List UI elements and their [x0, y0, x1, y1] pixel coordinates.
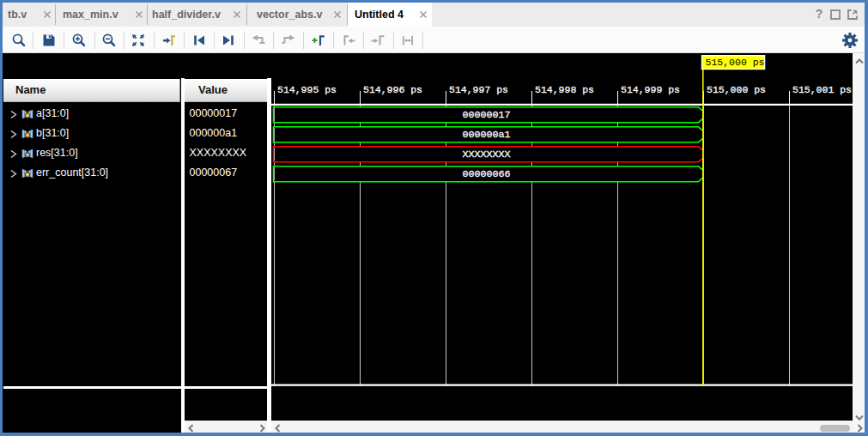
svg-text:514,995 ps: 514,995 ps: [277, 84, 337, 95]
svg-text:515,000 ps: 515,000 ps: [707, 84, 766, 95]
svg-text:XXXXXXXX: XXXXXXXX: [462, 148, 510, 160]
svg-text:514,997 ps: 514,997 ps: [449, 84, 508, 95]
svg-text:514,998 ps: 514,998 ps: [535, 84, 594, 95]
svg-text:514,996 ps: 514,996 ps: [363, 84, 422, 95]
svg-text:514,999 ps: 514,999 ps: [621, 84, 680, 95]
svg-text:000000a1: 000000a1: [462, 129, 510, 141]
svg-text:515,000 ps: 515,000 ps: [706, 57, 765, 68]
svg-text:00000017: 00000017: [462, 109, 510, 121]
svg-text:515,001 ps: 515,001 ps: [792, 84, 852, 95]
svg-text:00000066: 00000066: [462, 168, 510, 180]
